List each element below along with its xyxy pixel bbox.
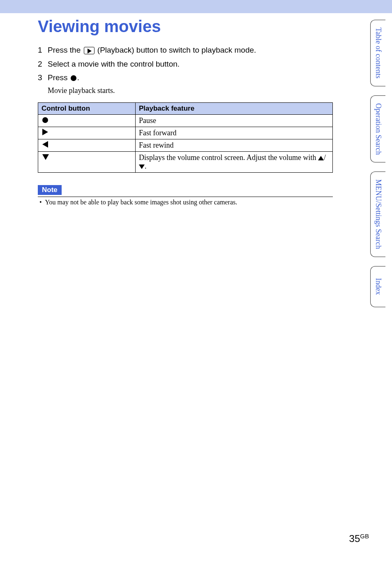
side-nav-tabs: Table of contents Operation Search MENU/… [370, 20, 385, 307]
step-text-post: . [77, 73, 79, 82]
step-text-post: (Playback) button to switch to playback … [95, 46, 256, 54]
step-text: Press . [48, 72, 79, 83]
feature-text-pre: Displays the volume control screen. Adju… [139, 153, 318, 162]
table-header-feature: Playback feature [136, 102, 333, 114]
step-text: Select a movie with the control button. [48, 59, 180, 70]
right-arrow-icon [42, 129, 48, 135]
step-2: 2 Select a movie with the control button… [38, 59, 293, 70]
steps-list: 1 Press the (Playback) button to switch … [38, 45, 293, 83]
note-divider [38, 197, 333, 197]
table-row: Fast rewind [38, 139, 333, 151]
feature-cell: Displays the volume control screen. Adju… [136, 151, 333, 172]
note-body: You may not be able to play back some im… [45, 199, 238, 206]
left-arrow-icon [42, 141, 48, 148]
playback-icon [84, 47, 95, 54]
down-arrow-icon [42, 154, 49, 160]
step-text-pre: Press the [48, 46, 83, 54]
feature-cell: Fast forward [136, 127, 333, 139]
tab-table-of-contents[interactable]: Table of contents [370, 20, 385, 86]
step-number: 2 [38, 60, 44, 69]
table-row: Displays the volume control screen. Adju… [38, 151, 333, 172]
center-button-icon [42, 117, 48, 123]
step-number: 1 [38, 46, 44, 55]
tab-menu-settings-search[interactable]: MENU/Settings Search [370, 171, 385, 257]
up-arrow-icon [318, 156, 324, 160]
page-number: 35 [349, 533, 360, 544]
step-number: 3 [38, 73, 44, 82]
note-text: •You may not be able to play back some i… [39, 199, 293, 206]
control-icon-cell [38, 151, 136, 172]
step-3: 3 Press . [38, 72, 293, 83]
center-button-icon [71, 75, 76, 81]
step-sub-text: Movie playback starts. [48, 86, 293, 95]
table-row: Pause [38, 114, 333, 127]
step-text: Press the (Playback) button to switch to… [48, 45, 256, 56]
table-row: Fast forward [38, 127, 333, 139]
feature-text-post: . [145, 162, 147, 170]
note-badge: Note [38, 185, 62, 195]
page-region: GB [360, 533, 369, 540]
tab-operation-search[interactable]: Operation Search [370, 95, 385, 162]
step-text-pre: Press [48, 73, 70, 82]
top-header-bar [0, 0, 392, 13]
down-arrow-icon [139, 164, 145, 169]
step-1: 1 Press the (Playback) button to switch … [38, 45, 293, 56]
main-content: Viewing movies 1 Press the (Playback) bu… [0, 13, 334, 206]
table-header-row: Control button Playback feature [38, 102, 333, 114]
tab-index[interactable]: Index [370, 266, 385, 307]
page-title: Viewing movies [38, 17, 293, 36]
control-icon-cell [38, 127, 136, 139]
control-icon-cell [38, 114, 136, 127]
feature-cell: Fast rewind [136, 139, 333, 151]
table-header-control: Control button [38, 102, 136, 114]
feature-cell: Pause [136, 114, 333, 127]
bullet-icon: • [39, 199, 42, 206]
page-footer: 35GB [349, 533, 369, 544]
playback-table: Control button Playback feature Pause Fa… [38, 102, 333, 173]
control-icon-cell [38, 139, 136, 151]
